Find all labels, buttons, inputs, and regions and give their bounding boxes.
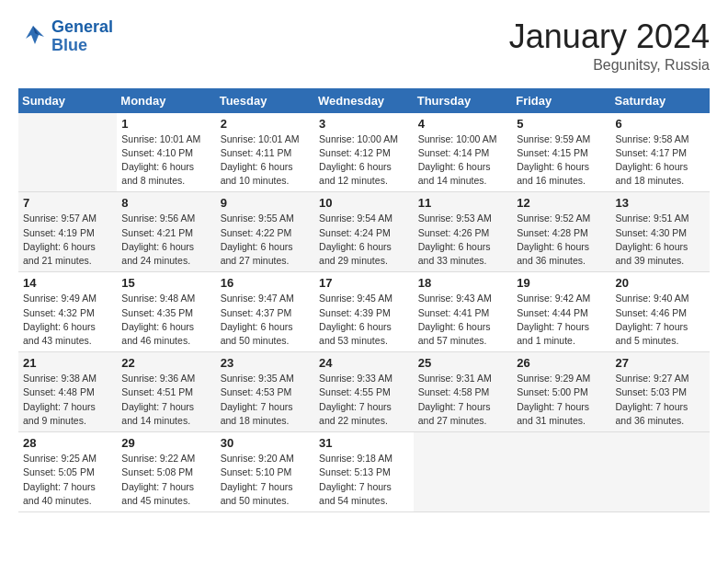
logo: General Blue <box>18 18 113 55</box>
calendar-cell: 25Sunrise: 9:31 AMSunset: 4:58 PMDayligh… <box>414 352 512 432</box>
day-info: Sunrise: 9:52 AMSunset: 4:28 PMDaylight:… <box>517 212 606 268</box>
day-number: 14 <box>23 276 112 290</box>
logo-icon <box>18 22 48 52</box>
calendar-cell: 2Sunrise: 10:01 AMSunset: 4:11 PMDayligh… <box>216 113 314 192</box>
month-title: January 2024 <box>509 18 710 55</box>
day-number: 2 <box>221 117 310 131</box>
calendar-week-row: 21Sunrise: 9:38 AMSunset: 4:48 PMDayligh… <box>18 352 710 432</box>
day-number: 19 <box>517 276 606 290</box>
day-number: 26 <box>517 356 606 370</box>
day-info: Sunrise: 9:18 AMSunset: 5:13 PMDaylight:… <box>319 452 409 508</box>
calendar-cell: 29Sunrise: 9:22 AMSunset: 5:08 PMDayligh… <box>117 432 215 512</box>
day-number: 22 <box>121 356 210 370</box>
day-info: Sunrise: 10:00 AMSunset: 4:12 PMDaylight… <box>319 132 409 189</box>
day-info: Sunrise: 9:40 AMSunset: 4:46 PMDaylight:… <box>615 292 705 348</box>
calendar-header: SundayMondayTuesdayWednesdayThursdayFrid… <box>18 88 710 113</box>
weekday-header-row: SundayMondayTuesdayWednesdayThursdayFrid… <box>18 88 710 113</box>
day-info: Sunrise: 9:48 AMSunset: 4:35 PMDaylight:… <box>121 292 210 348</box>
day-info: Sunrise: 9:49 AMSunset: 4:32 PMDaylight:… <box>23 292 112 348</box>
calendar-cell: 23Sunrise: 9:35 AMSunset: 4:53 PMDayligh… <box>216 352 314 432</box>
day-info: Sunrise: 9:47 AMSunset: 4:37 PMDaylight:… <box>221 292 310 348</box>
weekday-header-saturday: Saturday <box>610 88 710 113</box>
day-number: 10 <box>319 196 409 210</box>
day-number: 30 <box>221 436 310 450</box>
logo-line2: Blue <box>51 36 87 54</box>
day-info: Sunrise: 9:43 AMSunset: 4:41 PMDaylight:… <box>418 292 507 348</box>
calendar-cell: 18Sunrise: 9:43 AMSunset: 4:41 PMDayligh… <box>414 272 512 352</box>
day-info: Sunrise: 9:58 AMSunset: 4:17 PMDaylight:… <box>615 132 705 189</box>
day-info: Sunrise: 9:20 AMSunset: 5:10 PMDaylight:… <box>221 452 310 508</box>
day-number: 4 <box>418 117 507 131</box>
day-info: Sunrise: 10:01 AMSunset: 4:10 PMDaylight… <box>121 132 210 189</box>
calendar-cell: 22Sunrise: 9:36 AMSunset: 4:51 PMDayligh… <box>117 352 215 432</box>
weekday-header-sunday: Sunday <box>18 88 117 113</box>
day-info: Sunrise: 9:45 AMSunset: 4:39 PMDaylight:… <box>319 292 409 348</box>
calendar-cell: 4Sunrise: 10:00 AMSunset: 4:14 PMDayligh… <box>414 113 512 192</box>
day-number: 11 <box>418 196 507 210</box>
day-number: 31 <box>319 436 409 450</box>
logo-line1: General <box>51 17 113 36</box>
calendar-cell: 14Sunrise: 9:49 AMSunset: 4:32 PMDayligh… <box>18 272 117 352</box>
day-info: Sunrise: 9:53 AMSunset: 4:26 PMDaylight:… <box>418 212 507 268</box>
weekday-header-thursday: Thursday <box>414 88 512 113</box>
day-number: 23 <box>221 356 310 370</box>
day-number: 16 <box>221 276 310 290</box>
calendar-cell: 1Sunrise: 10:01 AMSunset: 4:10 PMDayligh… <box>117 113 215 192</box>
day-number: 18 <box>418 276 507 290</box>
day-number: 21 <box>23 356 112 370</box>
calendar-week-row: 28Sunrise: 9:25 AMSunset: 5:05 PMDayligh… <box>18 432 710 512</box>
day-number: 12 <box>517 196 606 210</box>
calendar-cell: 13Sunrise: 9:51 AMSunset: 4:30 PMDayligh… <box>610 192 710 272</box>
calendar-cell: 30Sunrise: 9:20 AMSunset: 5:10 PMDayligh… <box>216 432 314 512</box>
calendar-cell: 27Sunrise: 9:27 AMSunset: 5:03 PMDayligh… <box>610 352 710 432</box>
calendar-cell: 12Sunrise: 9:52 AMSunset: 4:28 PMDayligh… <box>512 192 610 272</box>
day-info: Sunrise: 9:31 AMSunset: 4:58 PMDaylight:… <box>418 372 507 428</box>
calendar-cell: 8Sunrise: 9:56 AMSunset: 4:21 PMDaylight… <box>117 192 215 272</box>
day-number: 7 <box>23 196 112 210</box>
day-info: Sunrise: 9:25 AMSunset: 5:05 PMDaylight:… <box>23 452 112 508</box>
calendar-cell: 26Sunrise: 9:29 AMSunset: 5:00 PMDayligh… <box>512 352 610 432</box>
calendar-cell <box>18 113 117 192</box>
calendar-cell: 16Sunrise: 9:47 AMSunset: 4:37 PMDayligh… <box>216 272 314 352</box>
calendar-body: 1Sunrise: 10:01 AMSunset: 4:10 PMDayligh… <box>18 113 710 512</box>
weekday-header-tuesday: Tuesday <box>216 88 314 113</box>
weekday-header-friday: Friday <box>512 88 610 113</box>
day-info: Sunrise: 9:42 AMSunset: 4:44 PMDaylight:… <box>517 292 606 348</box>
calendar-cell: 28Sunrise: 9:25 AMSunset: 5:05 PMDayligh… <box>18 432 117 512</box>
calendar-cell <box>610 432 710 512</box>
calendar-cell: 31Sunrise: 9:18 AMSunset: 5:13 PMDayligh… <box>314 432 414 512</box>
calendar-cell: 17Sunrise: 9:45 AMSunset: 4:39 PMDayligh… <box>314 272 414 352</box>
calendar-cell: 21Sunrise: 9:38 AMSunset: 4:48 PMDayligh… <box>18 352 117 432</box>
day-info: Sunrise: 9:29 AMSunset: 5:00 PMDaylight:… <box>517 372 606 428</box>
day-number: 3 <box>319 117 409 131</box>
day-number: 6 <box>615 117 705 131</box>
calendar-cell: 6Sunrise: 9:58 AMSunset: 4:17 PMDaylight… <box>610 113 710 192</box>
page-header: General Blue January 2024 Begunitsy, Rus… <box>18 18 710 74</box>
calendar-cell: 9Sunrise: 9:55 AMSunset: 4:22 PMDaylight… <box>216 192 314 272</box>
svg-marker-0 <box>26 26 44 44</box>
day-number: 29 <box>121 436 210 450</box>
day-number: 28 <box>23 436 112 450</box>
day-info: Sunrise: 9:56 AMSunset: 4:21 PMDaylight:… <box>121 212 210 268</box>
calendar-week-row: 1Sunrise: 10:01 AMSunset: 4:10 PMDayligh… <box>18 113 710 192</box>
day-number: 20 <box>615 276 705 290</box>
day-number: 25 <box>418 356 507 370</box>
day-number: 15 <box>121 276 210 290</box>
calendar-cell <box>512 432 610 512</box>
day-number: 8 <box>121 196 210 210</box>
day-info: Sunrise: 10:00 AMSunset: 4:14 PMDaylight… <box>418 132 507 189</box>
calendar-cell: 15Sunrise: 9:48 AMSunset: 4:35 PMDayligh… <box>117 272 215 352</box>
day-number: 13 <box>615 196 705 210</box>
day-number: 1 <box>121 117 210 131</box>
day-info: Sunrise: 9:33 AMSunset: 4:55 PMDaylight:… <box>319 372 409 428</box>
weekday-header-wednesday: Wednesday <box>314 88 414 113</box>
location-title: Begunitsy, Russia <box>509 57 710 74</box>
day-info: Sunrise: 9:38 AMSunset: 4:48 PMDaylight:… <box>23 372 112 428</box>
day-info: Sunrise: 9:57 AMSunset: 4:19 PMDaylight:… <box>23 212 112 268</box>
calendar-table: SundayMondayTuesdayWednesdayThursdayFrid… <box>18 88 710 512</box>
weekday-header-monday: Monday <box>117 88 215 113</box>
day-number: 24 <box>319 356 409 370</box>
day-number: 9 <box>221 196 310 210</box>
calendar-cell: 5Sunrise: 9:59 AMSunset: 4:15 PMDaylight… <box>512 113 610 192</box>
day-info: Sunrise: 9:36 AMSunset: 4:51 PMDaylight:… <box>121 372 210 428</box>
